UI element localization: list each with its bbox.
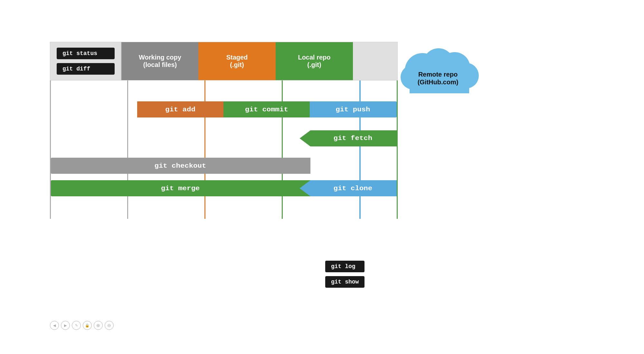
- svg-text:git push: git push: [336, 106, 370, 113]
- columns-header: Working copy(local files) Staged(.git) L…: [121, 42, 397, 80]
- toolbar-lock-icon[interactable]: 🔒: [83, 321, 92, 330]
- svg-text:Remote repo: Remote repo: [418, 71, 458, 78]
- svg-text:git clone: git clone: [334, 185, 373, 192]
- arrows-area: git add git commit git push git fetch gi…: [50, 80, 398, 219]
- arrows-svg: git add git commit git push git fetch gi…: [51, 80, 397, 219]
- col-header-working: Working copy(local files): [121, 42, 198, 80]
- cloud-svg: Remote repo (GitHub.com): [397, 42, 480, 95]
- col-header-staged: Staged(.git): [198, 42, 276, 80]
- svg-text:git checkout: git checkout: [155, 162, 206, 170]
- left-commands: git status git diff: [50, 42, 121, 80]
- bottom-badges: git log git show: [325, 261, 365, 288]
- svg-text:git commit: git commit: [245, 106, 288, 113]
- header-bar: git status git diff Working copy(local f…: [50, 42, 398, 80]
- svg-text:git add: git add: [165, 106, 195, 113]
- toolbar-edit-icon[interactable]: ✎: [72, 321, 81, 330]
- svg-text:git merge: git merge: [161, 185, 200, 192]
- svg-text:(GitHub.com): (GitHub.com): [418, 79, 459, 86]
- cmd-log-badge: git log: [325, 261, 365, 272]
- toolbar-zoom-out-icon[interactable]: ⊖: [105, 321, 114, 330]
- toolbar-icons: ◀ ▶ ✎ 🔒 ⊕ ⊖: [50, 321, 114, 330]
- cmd-show-badge: git show: [325, 276, 365, 288]
- toolbar-back-icon[interactable]: ◀: [50, 321, 59, 330]
- toolbar-zoom-in-icon[interactable]: ⊕: [94, 321, 103, 330]
- cmd-diff-badge: git diff: [57, 63, 115, 75]
- toolbar-forward-icon[interactable]: ▶: [61, 321, 70, 330]
- svg-text:git fetch: git fetch: [334, 135, 373, 142]
- col-header-local: Local repo(.git): [276, 42, 353, 80]
- cmd-status-badge: git status: [57, 48, 115, 59]
- remote-cloud: Remote repo (GitHub.com): [397, 42, 480, 93]
- diagram-container: git status git diff Working copy(local f…: [50, 42, 398, 219]
